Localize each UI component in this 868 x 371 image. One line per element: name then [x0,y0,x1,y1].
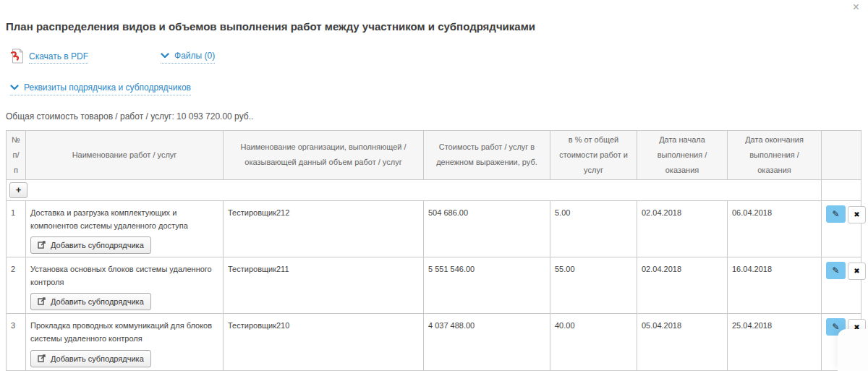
files-toggle-link[interactable]: Файлы (0) [161,51,215,64]
percent-value: 40.00 [550,314,637,370]
row-number: 1 [7,200,26,257]
work-distribution-table: № п/п Наименование работ / услуг Наимено… [6,130,861,371]
chevron-down-icon [161,51,169,61]
requisites-row: Реквизиты подрядчика и субподрядчиков [10,80,862,95]
delete-icon: ✖ [854,267,859,275]
add-subcontractor-label: Добавить субподрядчика [51,297,144,306]
download-pdf-label: Скачать в PDF [29,51,88,64]
add-subcontractor-label: Добавить субподрядчика [51,354,144,363]
cost-value: 504 686.00 [424,200,550,257]
cost-value: 5 551 546.00 [424,257,550,313]
row-actions: ✎✖ [822,200,861,257]
download-pdf-link[interactable]: Скачать в PDF [10,48,88,66]
add-row-cell: + [7,179,822,200]
background-card-corner [838,329,868,371]
header-organization: Наименование организации, выполняющей / … [224,131,424,180]
date-start-value: 02.04.2018 [637,200,728,257]
add-subcontractor-icon [38,240,46,250]
date-start-value: 05.04.2018 [637,314,728,370]
toolbar: Скачать в PDF Файлы (0) [6,48,862,66]
add-row-button[interactable]: + [9,182,27,198]
add-subcontractor-button[interactable]: Добавить субподрядчика [30,236,151,254]
add-subcontractor-button[interactable]: Добавить субподрядчика [30,350,151,367]
edit-row-button[interactable]: ✎ [826,262,846,279]
percent-value: 5.00 [550,200,637,257]
date-end-value: 06.04.2018 [728,200,822,257]
add-subcontractor-icon [38,297,46,307]
pdf-icon [10,48,24,66]
row-actions: ✎✖ [822,257,861,313]
header-actions [822,131,861,180]
requisites-label: Реквизиты подрядчика и субподрядчиков [24,82,191,93]
total-cost-line: Общая стоимость товаров / работ / услуг:… [6,111,862,121]
add-subcontractor-button[interactable]: Добавить субподрядчика [30,293,151,310]
add-row-actions-cell [822,179,861,200]
row-number: 3 [7,314,26,370]
organization-name: Тестировщик210 [224,314,424,370]
work-name: Прокладка проводных коммуникаций для бло… [30,319,218,345]
row-number: 2 [7,257,26,313]
date-end-value: 25.04.2018 [728,314,822,370]
add-row: + [7,179,861,200]
files-label: Файлы (0) [174,51,215,61]
chevron-down-icon [10,82,19,93]
work-name: Установка основных блоков системы удален… [30,263,218,289]
pencil-icon: ✎ [832,265,839,276]
header-work-name: Наименование работ / услуг [26,131,224,180]
cost-value: 4 037 488.00 [424,314,550,370]
pencil-icon: ✎ [832,322,839,332]
delete-icon: ✖ [854,210,859,218]
delete-row-button[interactable]: ✖ [848,206,866,223]
add-subcontractor-label: Добавить субподрядчика [51,241,144,250]
table-row: 1 Доставка и разгрузка комплектующих и к… [7,200,861,257]
delete-row-button[interactable]: ✖ [848,263,866,280]
work-name-cell: Прокладка проводных коммуникаций для бло… [26,314,224,370]
header-date-start: Дата начала выполнения / оказания [637,131,728,180]
close-icon[interactable]: × [853,1,859,13]
requisites-toggle-link[interactable]: Реквизиты подрядчика и субподрядчиков [10,82,191,95]
work-name: Доставка и разгрузка комплектующих и ком… [30,206,218,232]
work-name-cell: Установка основных блоков системы удален… [26,257,224,313]
percent-value: 55.00 [550,257,637,313]
table-row: 3 Прокладка проводных коммуникаций для б… [7,314,861,370]
table-row: 2 Установка основных блоков системы удал… [7,257,861,313]
table-header-row: № п/п Наименование работ / услуг Наимено… [7,131,861,180]
pencil-icon: ✎ [832,209,839,219]
date-end-value: 16.04.2018 [728,257,822,313]
edit-row-button[interactable]: ✎ [826,205,846,223]
header-percent: в % от общей стоимости работ и услуг [550,131,637,180]
organization-name: Тестировщик211 [224,257,424,313]
subcontractor-plan-dialog: × План распределения видов и объемов вып… [0,0,868,371]
date-start-value: 02.04.2018 [637,257,728,313]
header-date-end: Дата окончания выполнения / оказания [728,131,822,180]
work-name-cell: Доставка и разгрузка комплектующих и ком… [26,200,224,257]
header-cost: Стоимость работ / услуг в денежном выраж… [424,131,550,180]
page-title: План распределения видов и объемов выпол… [6,0,862,33]
header-num: № п/п [7,131,26,180]
add-subcontractor-icon [38,354,46,364]
organization-name: Тестировщик212 [224,200,424,257]
